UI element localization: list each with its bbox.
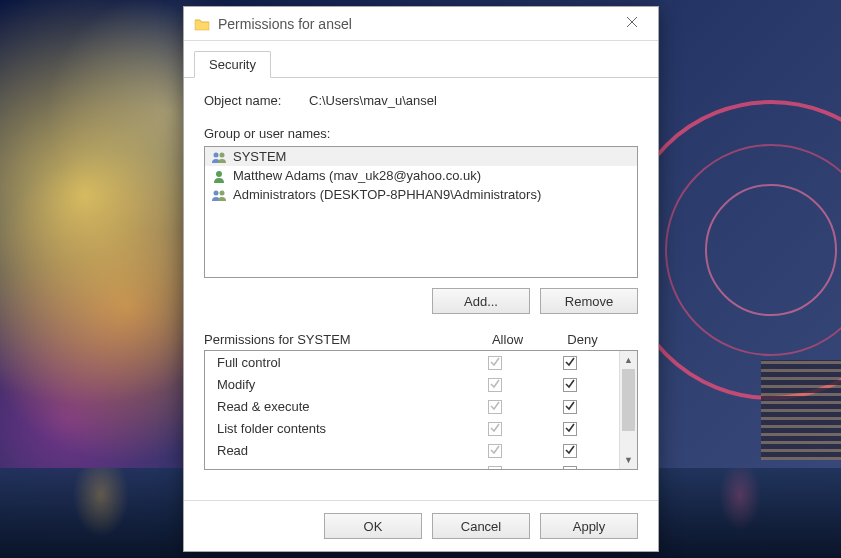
permissions-list: Full controlModifyRead & executeList fol… (204, 350, 638, 470)
svg-point-2 (216, 171, 222, 177)
permission-row: Read & execute (205, 395, 619, 417)
permission-row: Modify (205, 373, 619, 395)
user-item[interactable]: SYSTEM (205, 147, 637, 166)
scrollbar[interactable]: ▲ ▼ (619, 351, 637, 469)
svg-point-0 (214, 152, 219, 157)
permissions-for-label: Permissions for SYSTEM (204, 332, 470, 347)
desktop-building (761, 360, 841, 460)
group-user-names-label: Group or user names: (204, 126, 638, 141)
allow-checkbox (488, 444, 502, 458)
allow-checkbox (488, 422, 502, 436)
group-icon (211, 188, 227, 202)
permission-name: List folder contents (217, 421, 457, 436)
cancel-button[interactable]: Cancel (432, 513, 530, 539)
permission-name: Read & execute (217, 399, 457, 414)
user-name: SYSTEM (233, 149, 286, 164)
deny-checkbox[interactable] (563, 444, 577, 458)
apply-button[interactable]: Apply (540, 513, 638, 539)
permission-row (205, 461, 619, 469)
group-icon (211, 150, 227, 164)
object-name-label: Object name: (204, 93, 309, 108)
content-area: Object name: C:\Users\mav_u\ansel Group … (184, 78, 658, 500)
deny-column-header: Deny (545, 332, 620, 347)
deny-checkbox[interactable] (563, 466, 577, 469)
user-item[interactable]: Matthew Adams (mav_uk28@yahoo.co.uk) (205, 166, 637, 185)
scroll-down-arrow[interactable]: ▼ (620, 451, 637, 469)
tab-security[interactable]: Security (194, 51, 271, 78)
titlebar[interactable]: Permissions for ansel (184, 7, 658, 41)
svg-point-4 (220, 190, 225, 195)
user-list[interactable]: SYSTEMMatthew Adams (mav_uk28@yahoo.co.u… (204, 146, 638, 278)
remove-button[interactable]: Remove (540, 288, 638, 314)
folder-icon (194, 17, 210, 31)
allow-checkbox (488, 378, 502, 392)
permissions-header: Permissions for SYSTEM Allow Deny (204, 332, 638, 347)
deny-checkbox[interactable] (563, 422, 577, 436)
close-button[interactable] (612, 10, 652, 38)
permission-row: Full control (205, 351, 619, 373)
ok-button[interactable]: OK (324, 513, 422, 539)
permission-row: List folder contents (205, 417, 619, 439)
close-icon (626, 16, 638, 31)
permission-name: Modify (217, 377, 457, 392)
permission-row: Read (205, 439, 619, 461)
tab-strip: Security (184, 41, 658, 78)
allow-column-header: Allow (470, 332, 545, 347)
user-icon (211, 169, 227, 183)
svg-point-3 (214, 190, 219, 195)
permissions-dialog: Permissions for ansel Security Object na… (183, 6, 659, 552)
scroll-thumb[interactable] (622, 369, 635, 431)
allow-checkbox (488, 466, 502, 469)
user-name: Matthew Adams (mav_uk28@yahoo.co.uk) (233, 168, 481, 183)
permission-name: Read (217, 443, 457, 458)
user-item[interactable]: Administrators (DESKTOP-8PHHAN9\Administ… (205, 185, 637, 204)
object-path: C:\Users\mav_u\ansel (309, 93, 437, 108)
permission-name: Full control (217, 355, 457, 370)
allow-checkbox (488, 356, 502, 370)
scroll-up-arrow[interactable]: ▲ (620, 351, 637, 369)
bottom-button-bar: OK Cancel Apply (184, 500, 658, 551)
svg-point-1 (220, 152, 225, 157)
user-name: Administrators (DESKTOP-8PHHAN9\Administ… (233, 187, 541, 202)
allow-checkbox (488, 400, 502, 414)
deny-checkbox[interactable] (563, 400, 577, 414)
deny-checkbox[interactable] (563, 378, 577, 392)
add-button[interactable]: Add... (432, 288, 530, 314)
deny-checkbox[interactable] (563, 356, 577, 370)
window-title: Permissions for ansel (218, 16, 612, 32)
